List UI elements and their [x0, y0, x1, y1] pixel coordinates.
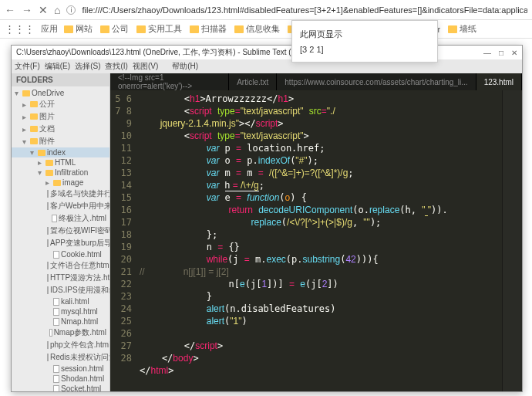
- tree-item[interactable]: Shodan.html: [12, 374, 109, 384]
- info-icon[interactable]: i: [66, 5, 76, 15]
- js-alert-dialog: 此网页显示 [3 2 1]: [291, 20, 438, 63]
- tree-item[interactable]: 多域名与快捷并行打...: [12, 188, 109, 200]
- editor-menubar: 文件(F)编辑(E)选择(S)查找(I)视图(V)帮助(H): [12, 59, 522, 73]
- menu-item[interactable]: 编辑(E): [45, 61, 70, 72]
- file-tree[interactable]: ▾OneDrive▸公开▸图片▸文档▾附件▾index▸HTML▾Infiltr…: [12, 86, 109, 391]
- tree-item[interactable]: HTTP漫游方法.html: [12, 272, 109, 284]
- bookmark-item[interactable]: 公司: [100, 23, 129, 35]
- tab-bar: <!--Img src=1 onerror=alert('key')-->Art…: [110, 73, 522, 90]
- tree-item[interactable]: ▸HTML: [12, 157, 109, 168]
- tree-item[interactable]: Socket.html: [12, 384, 109, 391]
- tree-item[interactable]: Nmap.html: [12, 316, 109, 327]
- browser-toolbar: ← → ✕ ⌂ i file:///C:/Users/zhaoy/Downloa…: [0, 0, 532, 20]
- menu-item[interactable]: 查找(I): [105, 61, 127, 72]
- tree-item[interactable]: Cookie.html: [12, 249, 109, 259]
- tree-item[interactable]: ▸文档: [12, 123, 109, 135]
- editor-tab[interactable]: <!--Img src=1 onerror=alert('key')-->: [110, 73, 229, 90]
- tree-item[interactable]: ▾index: [12, 147, 109, 157]
- bookmarks-bar: ⋮⋮⋮ 应用 网站公司实用工具扫描器信息收集渗文Ranger墙纸: [0, 20, 532, 39]
- close-window-button[interactable]: ✕: [511, 49, 517, 57]
- sublime-window: C:\Users\zhaoy\Downloads\123.html (OneDr…: [11, 45, 523, 392]
- tree-item[interactable]: 置布位视WIFI密码...: [12, 225, 109, 237]
- bookmark-item[interactable]: 实用工具: [136, 23, 182, 35]
- menu-item[interactable]: 选择(S): [75, 61, 100, 72]
- tree-item[interactable]: ▸image: [12, 178, 109, 188]
- apps-icon[interactable]: ⋮⋮⋮: [5, 23, 35, 35]
- tree-item[interactable]: 文件语合任意html...: [12, 259, 109, 272]
- tree-item[interactable]: Nmap参数.html: [12, 327, 109, 339]
- tree-item[interactable]: 终极注入.html: [12, 212, 109, 225]
- maximize-button[interactable]: □: [499, 49, 503, 57]
- editor-tab[interactable]: Article.txt: [229, 73, 277, 90]
- minimap[interactable]: [502, 90, 522, 391]
- url-bar[interactable]: file:///C:/Users/zhaoy/Downloads/123.htm…: [82, 5, 527, 15]
- alert-title: 此网页显示: [300, 29, 429, 40]
- alert-message: [3 2 1]: [300, 45, 429, 54]
- editor-tab[interactable]: 123.html: [476, 73, 522, 90]
- bookmarks-label: 应用: [41, 23, 58, 35]
- bookmark-item[interactable]: 扫描器: [190, 23, 227, 35]
- bookmark-item[interactable]: 网站: [64, 23, 93, 35]
- back-button[interactable]: ←: [5, 4, 15, 16]
- editor-titlebar: C:\Users\zhaoy\Downloads\123.html (OneDr…: [12, 46, 522, 59]
- tree-item[interactable]: ▾Infiltration: [12, 168, 109, 178]
- tree-item[interactable]: 客户Web中用中来she...: [12, 200, 109, 212]
- close-button[interactable]: ✕: [39, 4, 48, 16]
- tree-item[interactable]: IDS.IPS使用漫和缺...: [12, 284, 109, 296]
- tree-item[interactable]: php文件包含.html: [12, 339, 109, 351]
- tree-item[interactable]: Redis未授权访问漏...: [12, 351, 109, 364]
- sidebar-title: FOLDERS: [12, 73, 109, 86]
- code-editor[interactable]: <h1>Arrowzzzzzz</h1> <script type="text/…: [136, 90, 502, 391]
- tree-item[interactable]: APP变速burp后导.ht...: [12, 237, 109, 249]
- bookmark-item[interactable]: 墙纸: [448, 23, 476, 35]
- sidebar: FOLDERS ▾OneDrive▸公开▸图片▸文档▾附件▾index▸HTML…: [12, 73, 110, 391]
- tree-item[interactable]: mysql.html: [12, 306, 109, 316]
- menu-item[interactable]: 帮助(H): [172, 61, 198, 72]
- code-area: <!--Img src=1 onerror=alert('key')-->Art…: [110, 73, 522, 391]
- tree-item[interactable]: kali.html: [12, 296, 109, 306]
- tree-item[interactable]: ▸公开: [12, 98, 109, 110]
- line-gutter: 5 6 7 8 9 10 11 12 13 14 15 16 17 18 19 …: [110, 90, 136, 391]
- menu-item[interactable]: 文件(F): [15, 61, 40, 72]
- minimize-button[interactable]: —: [483, 49, 491, 57]
- tree-item[interactable]: ▸图片: [12, 110, 109, 123]
- home-button[interactable]: ⌂: [54, 4, 60, 16]
- tree-item[interactable]: session.html: [12, 364, 109, 374]
- menu-item[interactable]: 视图(V): [133, 61, 158, 72]
- editor-tab[interactable]: https://www.coinsource.com/assets/chart/…: [277, 73, 476, 90]
- bookmark-item[interactable]: 信息收集: [234, 23, 280, 35]
- tree-item[interactable]: ▾OneDrive: [12, 88, 109, 98]
- forward-button[interactable]: →: [22, 4, 32, 16]
- tree-item[interactable]: ▾附件: [12, 135, 109, 147]
